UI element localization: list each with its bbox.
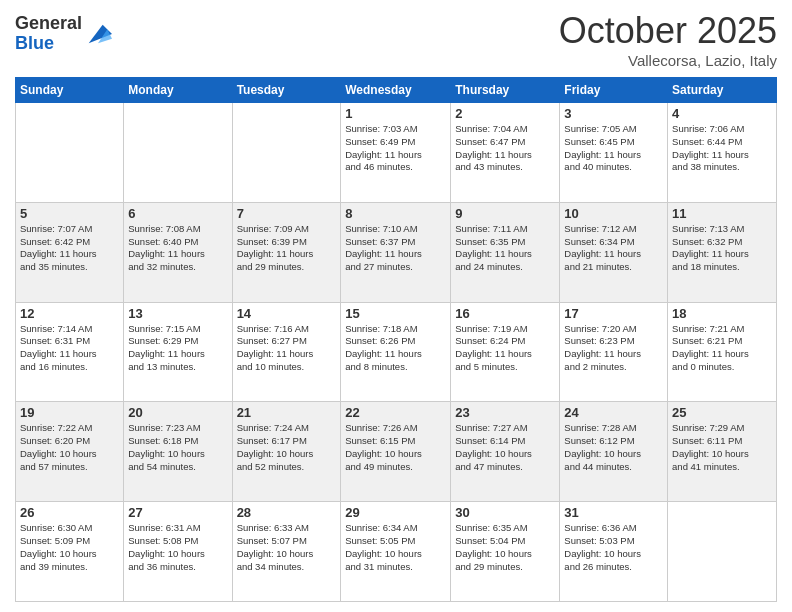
table-row: 14Sunrise: 7:16 AM Sunset: 6:27 PM Dayli… [232,302,341,402]
table-row: 21Sunrise: 7:24 AM Sunset: 6:17 PM Dayli… [232,402,341,502]
logo-blue: Blue [15,34,82,54]
day-number: 9 [455,206,555,221]
table-row: 23Sunrise: 7:27 AM Sunset: 6:14 PM Dayli… [451,402,560,502]
table-row: 10Sunrise: 7:12 AM Sunset: 6:34 PM Dayli… [560,202,668,302]
table-row: 19Sunrise: 7:22 AM Sunset: 6:20 PM Dayli… [16,402,124,502]
day-info: Sunrise: 7:06 AM Sunset: 6:44 PM Dayligh… [672,123,772,174]
day-info: Sunrise: 7:05 AM Sunset: 6:45 PM Dayligh… [564,123,663,174]
day-info: Sunrise: 6:35 AM Sunset: 5:04 PM Dayligh… [455,522,555,573]
table-row: 24Sunrise: 7:28 AM Sunset: 6:12 PM Dayli… [560,402,668,502]
calendar-week-row: 19Sunrise: 7:22 AM Sunset: 6:20 PM Dayli… [16,402,777,502]
day-number: 12 [20,306,119,321]
day-number: 4 [672,106,772,121]
day-number: 13 [128,306,227,321]
day-number: 16 [455,306,555,321]
table-row: 1Sunrise: 7:03 AM Sunset: 6:49 PM Daylig… [341,103,451,203]
day-number: 30 [455,505,555,520]
table-row: 7Sunrise: 7:09 AM Sunset: 6:39 PM Daylig… [232,202,341,302]
table-row: 25Sunrise: 7:29 AM Sunset: 6:11 PM Dayli… [668,402,777,502]
day-info: Sunrise: 7:19 AM Sunset: 6:24 PM Dayligh… [455,323,555,374]
day-number: 2 [455,106,555,121]
day-number: 20 [128,405,227,420]
calendar-week-row: 26Sunrise: 6:30 AM Sunset: 5:09 PM Dayli… [16,502,777,602]
day-info: Sunrise: 6:31 AM Sunset: 5:08 PM Dayligh… [128,522,227,573]
table-row [668,502,777,602]
table-row: 22Sunrise: 7:26 AM Sunset: 6:15 PM Dayli… [341,402,451,502]
table-row: 16Sunrise: 7:19 AM Sunset: 6:24 PM Dayli… [451,302,560,402]
table-row: 30Sunrise: 6:35 AM Sunset: 5:04 PM Dayli… [451,502,560,602]
table-row: 11Sunrise: 7:13 AM Sunset: 6:32 PM Dayli… [668,202,777,302]
day-number: 18 [672,306,772,321]
day-number: 21 [237,405,337,420]
weekday-header-row: Sunday Monday Tuesday Wednesday Thursday… [16,78,777,103]
month-title: October 2025 [559,10,777,52]
day-number: 17 [564,306,663,321]
table-row: 18Sunrise: 7:21 AM Sunset: 6:21 PM Dayli… [668,302,777,402]
table-row: 29Sunrise: 6:34 AM Sunset: 5:05 PM Dayli… [341,502,451,602]
title-block: October 2025 Vallecorsa, Lazio, Italy [559,10,777,69]
table-row: 4Sunrise: 7:06 AM Sunset: 6:44 PM Daylig… [668,103,777,203]
day-number: 27 [128,505,227,520]
table-row [232,103,341,203]
table-row: 17Sunrise: 7:20 AM Sunset: 6:23 PM Dayli… [560,302,668,402]
day-number: 23 [455,405,555,420]
day-info: Sunrise: 7:14 AM Sunset: 6:31 PM Dayligh… [20,323,119,374]
logo-icon [84,20,112,48]
calendar-week-row: 12Sunrise: 7:14 AM Sunset: 6:31 PM Dayli… [16,302,777,402]
day-number: 10 [564,206,663,221]
day-number: 22 [345,405,446,420]
table-row: 26Sunrise: 6:30 AM Sunset: 5:09 PM Dayli… [16,502,124,602]
header-saturday: Saturday [668,78,777,103]
day-info: Sunrise: 7:22 AM Sunset: 6:20 PM Dayligh… [20,422,119,473]
day-info: Sunrise: 7:23 AM Sunset: 6:18 PM Dayligh… [128,422,227,473]
header-sunday: Sunday [16,78,124,103]
day-number: 1 [345,106,446,121]
header-tuesday: Tuesday [232,78,341,103]
table-row: 8Sunrise: 7:10 AM Sunset: 6:37 PM Daylig… [341,202,451,302]
day-number: 3 [564,106,663,121]
day-info: Sunrise: 6:30 AM Sunset: 5:09 PM Dayligh… [20,522,119,573]
table-row: 15Sunrise: 7:18 AM Sunset: 6:26 PM Dayli… [341,302,451,402]
day-number: 25 [672,405,772,420]
header: General Blue October 2025 Vallecorsa, La… [15,10,777,69]
day-number: 6 [128,206,227,221]
day-number: 8 [345,206,446,221]
logo: General Blue [15,14,112,54]
day-info: Sunrise: 7:26 AM Sunset: 6:15 PM Dayligh… [345,422,446,473]
day-info: Sunrise: 7:10 AM Sunset: 6:37 PM Dayligh… [345,223,446,274]
day-info: Sunrise: 7:15 AM Sunset: 6:29 PM Dayligh… [128,323,227,374]
day-info: Sunrise: 7:24 AM Sunset: 6:17 PM Dayligh… [237,422,337,473]
day-info: Sunrise: 6:36 AM Sunset: 5:03 PM Dayligh… [564,522,663,573]
day-number: 7 [237,206,337,221]
table-row: 31Sunrise: 6:36 AM Sunset: 5:03 PM Dayli… [560,502,668,602]
table-row: 28Sunrise: 6:33 AM Sunset: 5:07 PM Dayli… [232,502,341,602]
page: General Blue October 2025 Vallecorsa, La… [0,0,792,612]
day-number: 19 [20,405,119,420]
day-info: Sunrise: 7:21 AM Sunset: 6:21 PM Dayligh… [672,323,772,374]
day-info: Sunrise: 7:04 AM Sunset: 6:47 PM Dayligh… [455,123,555,174]
day-info: Sunrise: 7:18 AM Sunset: 6:26 PM Dayligh… [345,323,446,374]
table-row [16,103,124,203]
table-row [124,103,232,203]
table-row: 12Sunrise: 7:14 AM Sunset: 6:31 PM Dayli… [16,302,124,402]
table-row: 6Sunrise: 7:08 AM Sunset: 6:40 PM Daylig… [124,202,232,302]
calendar-table: Sunday Monday Tuesday Wednesday Thursday… [15,77,777,602]
header-friday: Friday [560,78,668,103]
table-row: 13Sunrise: 7:15 AM Sunset: 6:29 PM Dayli… [124,302,232,402]
day-number: 11 [672,206,772,221]
table-row: 5Sunrise: 7:07 AM Sunset: 6:42 PM Daylig… [16,202,124,302]
location-subtitle: Vallecorsa, Lazio, Italy [559,52,777,69]
table-row: 2Sunrise: 7:04 AM Sunset: 6:47 PM Daylig… [451,103,560,203]
day-number: 29 [345,505,446,520]
day-info: Sunrise: 7:28 AM Sunset: 6:12 PM Dayligh… [564,422,663,473]
day-number: 14 [237,306,337,321]
table-row: 27Sunrise: 6:31 AM Sunset: 5:08 PM Dayli… [124,502,232,602]
day-info: Sunrise: 6:34 AM Sunset: 5:05 PM Dayligh… [345,522,446,573]
header-wednesday: Wednesday [341,78,451,103]
day-number: 24 [564,405,663,420]
day-info: Sunrise: 7:08 AM Sunset: 6:40 PM Dayligh… [128,223,227,274]
table-row: 9Sunrise: 7:11 AM Sunset: 6:35 PM Daylig… [451,202,560,302]
header-thursday: Thursday [451,78,560,103]
day-info: Sunrise: 7:13 AM Sunset: 6:32 PM Dayligh… [672,223,772,274]
day-info: Sunrise: 7:11 AM Sunset: 6:35 PM Dayligh… [455,223,555,274]
